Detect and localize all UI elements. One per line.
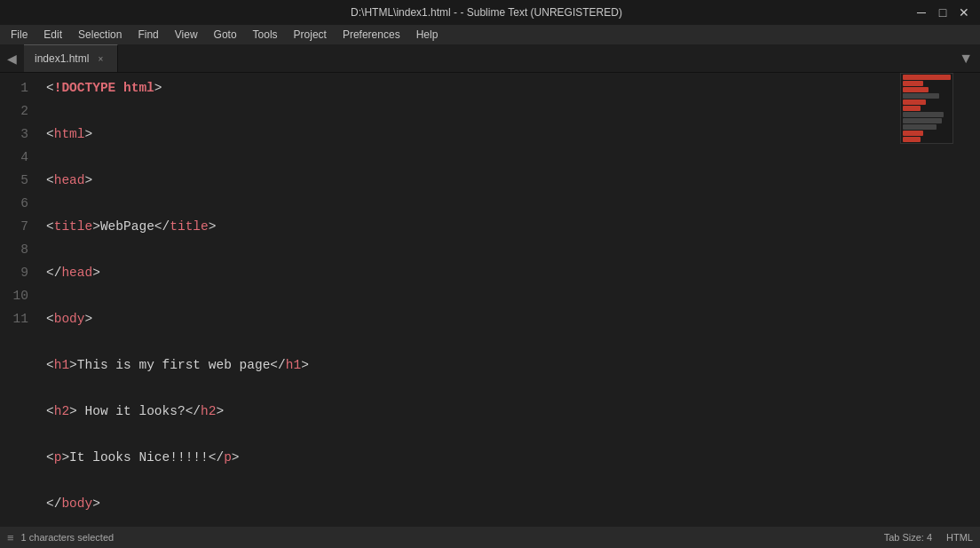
line-number: 3 <box>0 123 28 146</box>
titlebar: D:\HTML\index1.html - - Sublime Text (UN… <box>0 0 980 25</box>
line-number: 1 <box>0 76 28 99</box>
code-line: </body> <box>46 492 973 515</box>
menu-item-preferences[interactable]: Preferences <box>336 27 407 43</box>
code-line: <html> <box>46 123 973 146</box>
menu-item-selection[interactable]: Selection <box>71 27 129 43</box>
menu-item-tools[interactable]: Tools <box>246 27 285 43</box>
active-tab[interactable]: index1.html × <box>24 44 118 72</box>
line-number: 10 <box>0 284 28 307</box>
line-number: 9 <box>0 261 28 284</box>
line-number: 2 <box>0 99 28 123</box>
menubar: FileEditSelectionFindViewGotoToolsProjec… <box>0 25 980 44</box>
line-numbers: 1 2 3 4 5 6 7 8 9 10 11 <box>0 73 39 527</box>
menu-item-file[interactable]: File <box>4 27 35 43</box>
line-number: 4 <box>0 146 28 169</box>
close-button[interactable]: ✕ <box>955 4 973 21</box>
statusbar: ≡ 1 characters selected Tab Size: 4 HTML <box>0 527 980 548</box>
window-title: D:\HTML\index1.html - - Sublime Text (UN… <box>60 6 913 19</box>
code-line: <title>WebPage</title> <box>46 215 973 238</box>
tab-prev-icon: ◀ <box>7 52 17 66</box>
syntax-indicator[interactable]: HTML <box>946 532 973 543</box>
line-number: 6 <box>0 192 28 215</box>
code-line: <head> <box>46 169 973 192</box>
code-editor[interactable]: <!DOCTYPE html> <html> <head> <title>Web… <box>39 73 980 527</box>
line-number: 5 <box>0 169 28 192</box>
menu-item-view[interactable]: View <box>168 27 205 43</box>
code-line: <p>It looks Nice!!!!!</p> <box>46 446 973 469</box>
code-line: <h2> How it looks?</h2> <box>46 400 973 423</box>
minimap <box>900 73 953 144</box>
menu-item-help[interactable]: Help <box>409 27 446 43</box>
tab-size-indicator[interactable]: Tab Size: 4 <box>884 532 932 543</box>
line-number: 11 <box>0 307 28 330</box>
line-number: 8 <box>0 238 28 261</box>
minimize-button[interactable]: ─ <box>913 4 930 21</box>
menu-item-project[interactable]: Project <box>287 27 334 43</box>
tab-label: index1.html <box>35 52 89 65</box>
code-line: <h1>This is my first web page</h1> <box>46 353 973 377</box>
tab-prev-button[interactable]: ◀ <box>0 44 24 72</box>
menu-item-edit[interactable]: Edit <box>36 27 69 43</box>
maximize-button[interactable]: □ <box>934 4 952 21</box>
menu-item-find[interactable]: Find <box>130 27 165 43</box>
tab-close-button[interactable]: × <box>94 52 107 65</box>
tab-dropdown-icon: ▼ <box>959 51 973 67</box>
selection-status: 1 characters selected <box>21 532 115 543</box>
tab-dropdown-button[interactable]: ▼ <box>952 44 980 72</box>
code-line: </head> <box>46 261 973 284</box>
line-number: 7 <box>0 215 28 238</box>
code-line: <body> <box>46 307 973 330</box>
tabbar: ◀ index1.html × ▼ <box>0 44 980 73</box>
menu-item-goto[interactable]: Goto <box>207 27 244 43</box>
code-line: <!DOCTYPE html> <box>46 76 973 99</box>
editor[interactable]: 1 2 3 4 5 6 7 8 9 10 11 <!DOCTYPE html> … <box>0 73 980 527</box>
